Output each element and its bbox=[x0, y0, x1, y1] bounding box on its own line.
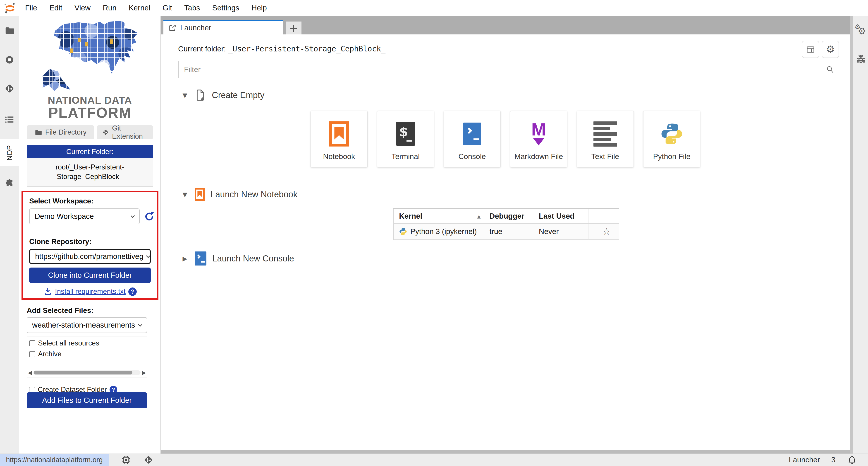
search-icon bbox=[825, 64, 835, 75]
current-folder-header: Current Folder: bbox=[27, 145, 153, 158]
sort-asc-icon: ▲ bbox=[477, 214, 480, 219]
text-file-icon bbox=[577, 119, 633, 149]
create-empty-title: Create Empty bbox=[212, 90, 265, 100]
git-icon bbox=[102, 128, 109, 136]
chevron-down-icon bbox=[138, 322, 142, 326]
section-launch-notebook[interactable]: ▼ Launch New Notebook bbox=[181, 188, 298, 201]
brand-line-2: PLATFORM bbox=[19, 106, 160, 120]
workspace-select[interactable]: Demo Workspace bbox=[29, 208, 140, 224]
card-console[interactable]: Console bbox=[444, 111, 501, 167]
launcher-toolbar: ⚙ bbox=[802, 41, 839, 58]
archive-label: Archive bbox=[38, 350, 61, 358]
select-all-resources-row: Select all resources bbox=[29, 339, 147, 347]
dataset-select[interactable]: weather-station-measurements bbox=[27, 317, 147, 333]
new-tab-button[interactable]: + bbox=[286, 22, 302, 34]
current-folder-label: Current folder: bbox=[178, 45, 226, 53]
bell-icon[interactable] bbox=[847, 455, 857, 465]
ndp-url-status-item[interactable]: https://nationaldataplatform.org bbox=[0, 454, 108, 466]
git-extension-button[interactable]: Git Extension bbox=[97, 125, 153, 139]
card-view-toggle-button[interactable] bbox=[802, 41, 819, 58]
create-dataset-checkbox[interactable] bbox=[29, 387, 35, 393]
section-create-empty[interactable]: ▼ Create Empty bbox=[181, 89, 265, 101]
card-terminal[interactable]: $ Terminal bbox=[377, 111, 434, 167]
kernel-name: Python 3 (ipykernel) bbox=[410, 227, 477, 236]
select-all-label: Select all resources bbox=[38, 339, 99, 347]
git-sidebar-icon[interactable] bbox=[4, 83, 15, 94]
help-question-icon[interactable]: ? bbox=[128, 288, 137, 296]
status-context-label: Launcher bbox=[789, 456, 820, 464]
card-label: Python File bbox=[644, 152, 700, 161]
card-label: Console bbox=[444, 152, 500, 161]
kernel-table-row[interactable]: Python 3 (ipykernel) true Never ☆ bbox=[394, 223, 619, 240]
scroll-right-icon[interactable]: ▶ bbox=[142, 370, 146, 376]
add-files-button[interactable]: Add Files to Current Folder bbox=[27, 392, 147, 408]
menu-view[interactable]: View bbox=[68, 0, 97, 16]
refresh-workspaces-icon[interactable] bbox=[144, 211, 155, 222]
alaska-map-graphic bbox=[42, 69, 71, 91]
launch-console-title: Launch New Console bbox=[212, 254, 294, 263]
favorite-column-header bbox=[588, 209, 619, 224]
kernel-table-header-row: Kernel ▲ Debugger Last Used bbox=[394, 209, 619, 224]
create-empty-cards: Notebook $ Terminal Console bbox=[311, 111, 700, 167]
section-launch-console[interactable]: ▶ Launch New Console bbox=[181, 252, 294, 265]
favorite-star-icon[interactable]: ☆ bbox=[588, 223, 619, 240]
card-notebook[interactable]: Notebook bbox=[311, 111, 368, 167]
workspace-clone-highlight-box: Select Workspace: Demo Workspace Clone R… bbox=[22, 191, 158, 300]
card-python[interactable]: Python File bbox=[643, 111, 700, 167]
scroll-left-icon[interactable]: ◀ bbox=[28, 370, 32, 376]
last-used-column-header[interactable]: Last Used bbox=[533, 209, 588, 224]
file-directory-label: File Directory bbox=[45, 128, 87, 136]
filter-input[interactable] bbox=[178, 61, 840, 78]
archive-checkbox[interactable] bbox=[29, 351, 35, 357]
property-inspector-icon[interactable]: ⚙ ⚙ bbox=[854, 24, 867, 37]
python-icon bbox=[644, 119, 700, 149]
file-directory-button[interactable]: File Directory bbox=[27, 125, 94, 139]
menu-tabs[interactable]: Tabs bbox=[178, 0, 206, 16]
launcher-settings-button[interactable]: ⚙ bbox=[822, 41, 839, 58]
debugger-column-header[interactable]: Debugger bbox=[484, 209, 533, 224]
status-bar: https://nationaldataplatform.org Launche… bbox=[0, 454, 868, 466]
menu-kernel[interactable]: Kernel bbox=[123, 0, 156, 16]
ndp-sidebar-panel: NATIONAL DATA PLATFORM File Directory Gi… bbox=[19, 16, 161, 454]
extension-manager-icon[interactable] bbox=[4, 178, 15, 188]
console-section-icon bbox=[195, 252, 207, 265]
caret-down-icon[interactable]: ▼ bbox=[181, 191, 189, 198]
menu-git[interactable]: Git bbox=[156, 0, 178, 16]
last-used-cell: Never bbox=[533, 223, 588, 240]
install-requirements-link[interactable]: Install requirements.txt bbox=[55, 288, 126, 296]
menu-help[interactable]: Help bbox=[245, 0, 273, 16]
status-bar-right: Launcher 3 bbox=[789, 455, 868, 465]
tab-launcher[interactable]: Launcher bbox=[163, 20, 283, 34]
sidebar-tab-ndp[interactable]: NDP bbox=[0, 139, 19, 166]
menu-file[interactable]: File bbox=[19, 0, 43, 16]
caret-down-icon[interactable]: ▼ bbox=[181, 92, 189, 99]
current-folder-path: _User-Persistent-Storage_CephBlock_ bbox=[228, 45, 385, 53]
card-textfile[interactable]: Text File bbox=[577, 111, 634, 167]
console-icon bbox=[444, 119, 500, 149]
jupyter-logo-icon bbox=[4, 2, 16, 15]
select-all-checkbox[interactable] bbox=[29, 340, 35, 346]
menu-settings[interactable]: Settings bbox=[206, 0, 245, 16]
kernel-cell[interactable]: Python 3 (ipykernel) bbox=[394, 223, 484, 240]
running-kernels-icon[interactable] bbox=[4, 55, 15, 65]
chevron-down-icon bbox=[146, 254, 150, 258]
clone-repository-combobox[interactable]: https://github.com/pramonettiveg bbox=[29, 249, 151, 264]
kernel-chip-icon[interactable] bbox=[121, 455, 131, 465]
file-browser-icon[interactable] bbox=[4, 25, 15, 35]
python-kernel-icon bbox=[399, 228, 407, 236]
menu-run[interactable]: Run bbox=[97, 0, 123, 16]
git-status-icon[interactable] bbox=[144, 455, 153, 465]
scrollbar-thumb[interactable] bbox=[34, 371, 132, 375]
menu-edit[interactable]: Edit bbox=[43, 0, 68, 16]
scrollbar-track[interactable] bbox=[33, 370, 140, 375]
kernel-column-header[interactable]: Kernel ▲ bbox=[394, 209, 484, 224]
caret-right-icon[interactable]: ▶ bbox=[181, 255, 189, 262]
menu-bar: File Edit View Run Kernel Git Tabs Setti… bbox=[0, 0, 868, 16]
debugger-icon[interactable] bbox=[856, 54, 866, 64]
card-markdown[interactable]: M Markdown File bbox=[510, 111, 567, 167]
current-folder-widget: Current Folder: root/_User-Persistent-St… bbox=[27, 145, 153, 187]
table-of-contents-icon[interactable] bbox=[4, 114, 15, 125]
main-tab-bar: Launcher + bbox=[161, 16, 850, 34]
clone-into-current-folder-button[interactable]: Clone into Current Folder bbox=[29, 267, 151, 283]
add-selected-files-label: Add Selected Files: bbox=[27, 306, 93, 315]
